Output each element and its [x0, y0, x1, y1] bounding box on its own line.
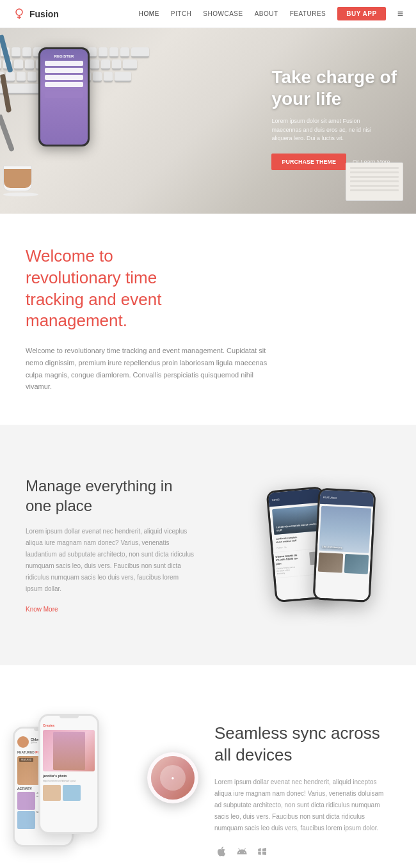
sync-heading: Seamless sync across all devices — [214, 723, 390, 766]
white-phone-front: Createx jennifer's photo http://comment … — [38, 714, 99, 834]
manage-body: Lorem ipsum dollar evenat nec hendrerit,… — [26, 526, 195, 595]
pens-decoration — [3, 35, 8, 152]
dark-phone-2: FEATURED City Architecture — [312, 487, 376, 602]
keyboard-decoration — [0, 47, 192, 124]
notebook-decoration — [346, 162, 403, 201]
nav-home[interactable]: HOME — [139, 10, 159, 17]
sync-text-block: Seamless sync across all devices Lorem i… — [202, 704, 416, 868]
hero-section: REGISTER Take charge of your life Lorem … — [0, 28, 416, 214]
platform-icons-row — [214, 844, 390, 858]
welcome-body: Welcome to revolutionary time tracking a… — [26, 345, 269, 393]
manage-text-block: Manage everything in one place Lorem ips… — [0, 457, 221, 633]
navigation: Fusion HOME PITCH SHOWCASE ABOUT FEATURE… — [0, 0, 416, 28]
android-icon — [235, 844, 249, 858]
manage-phones-display: NEWS Landlords complain about useless st… — [221, 477, 416, 614]
know-more-link[interactable]: Know More — [26, 606, 58, 613]
manage-section: Manage everything in one place Lorem ips… — [0, 425, 416, 665]
sync-section: Chloe Montes @chloe FEATURED POP FEATURE… — [0, 665, 416, 868]
magnifier-overlay: ● — [147, 752, 198, 803]
sync-body: Lorem ipsum dollar evenat nec hendrerit,… — [214, 777, 390, 834]
nav-links: HOME PITCH SHOWCASE ABOUT FEATURES Buy A… — [139, 7, 403, 20]
hero-phone-mockup: REGISTER — [38, 47, 90, 146]
phone-screen-2: FEATURED City Architecture — [314, 489, 374, 600]
windows-icon — [255, 844, 269, 858]
sync-phones-display: Chloe Montes @chloe FEATURED POP FEATURE… — [0, 714, 202, 867]
coffee-cup-decoration — [3, 166, 38, 201]
svg-point-0 — [16, 9, 22, 15]
purchase-theme-button[interactable]: Purchase Theme — [271, 154, 346, 170]
manage-heading: Manage everything in one place — [26, 476, 195, 516]
brand-logo[interactable]: Fusion — [13, 8, 59, 20]
hero-title: Take charge of your life — [271, 67, 397, 109]
nav-about[interactable]: ABOUT — [255, 10, 278, 17]
brand-name: Fusion — [29, 9, 59, 19]
welcome-section: Welcome to revolutionary time tracking a… — [0, 214, 416, 425]
nav-features[interactable]: FEATURES — [290, 10, 326, 17]
welcome-heading: Welcome to revolutionary time tracking a… — [26, 246, 205, 332]
hero-subtitle: Lorem ipsum dolor sit amet Fusion maecen… — [271, 117, 387, 143]
phone-notch-2 — [60, 716, 79, 718]
logo-icon — [13, 8, 26, 20]
apple-icon — [214, 844, 228, 858]
user-avatar — [17, 736, 29, 748]
nav-pitch[interactable]: PITCH — [171, 10, 192, 17]
buy-app-button[interactable]: Buy App — [337, 7, 385, 20]
hamburger-menu-icon[interactable]: ≡ — [397, 8, 403, 20]
hero-text-block: Take charge of your life Lorem ipsum dol… — [271, 67, 397, 170]
nav-showcase[interactable]: SHOWCASE — [203, 10, 243, 17]
